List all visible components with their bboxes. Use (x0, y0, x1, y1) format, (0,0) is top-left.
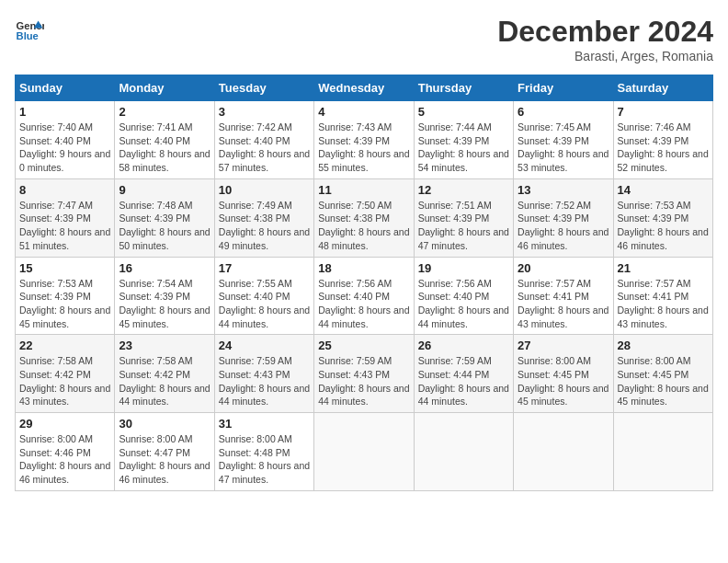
day-info: Sunrise: 7:59 AMSunset: 4:43 PMDaylight:… (219, 354, 310, 408)
day-number: 25 (318, 339, 409, 352)
day-info: Sunrise: 7:48 AMSunset: 4:39 PMDaylight:… (119, 199, 210, 253)
day-header-tuesday: Tuesday (214, 75, 313, 101)
calendar-cell: 16Sunrise: 7:54 AMSunset: 4:39 PMDayligh… (115, 257, 214, 335)
day-info: Sunrise: 7:42 AMSunset: 4:40 PMDaylight:… (219, 121, 310, 175)
calendar-cell: 11Sunrise: 7:50 AMSunset: 4:38 PMDayligh… (314, 178, 414, 257)
calendar-cell: 22Sunrise: 7:58 AMSunset: 4:42 PMDayligh… (16, 335, 115, 413)
calendar-cell: 24Sunrise: 7:59 AMSunset: 4:43 PMDayligh… (214, 335, 313, 413)
calendar-cell: 2Sunrise: 7:41 AMSunset: 4:40 PMDaylight… (115, 101, 214, 179)
day-header-thursday: Thursday (414, 75, 513, 101)
day-info: Sunrise: 7:59 AMSunset: 4:43 PMDaylight:… (318, 354, 409, 408)
calendar-cell: 26Sunrise: 7:59 AMSunset: 4:44 PMDayligh… (414, 335, 513, 413)
day-info: Sunrise: 7:50 AMSunset: 4:38 PMDaylight:… (318, 199, 409, 253)
day-number: 8 (19, 183, 110, 197)
day-number: 22 (19, 339, 110, 352)
day-info: Sunrise: 7:58 AMSunset: 4:42 PMDaylight:… (19, 354, 110, 408)
day-number: 31 (219, 417, 310, 431)
day-number: 2 (119, 105, 210, 119)
day-number: 17 (219, 261, 310, 275)
day-number: 27 (518, 339, 609, 352)
calendar-cell: 21Sunrise: 7:57 AMSunset: 4:41 PMDayligh… (613, 257, 712, 335)
calendar-cell: 3Sunrise: 7:42 AMSunset: 4:40 PMDaylight… (214, 101, 313, 179)
day-info: Sunrise: 8:00 AMSunset: 4:45 PMDaylight:… (618, 354, 709, 408)
calendar-cell: 7Sunrise: 7:46 AMSunset: 4:39 PMDaylight… (613, 101, 712, 179)
day-number: 20 (518, 261, 609, 275)
calendar-cell: 9Sunrise: 7:48 AMSunset: 4:39 PMDaylight… (115, 178, 214, 257)
day-header-sunday: Sunday (16, 75, 115, 101)
day-number: 11 (318, 183, 409, 197)
day-info: Sunrise: 7:55 AMSunset: 4:40 PMDaylight:… (219, 277, 310, 331)
svg-text:Blue: Blue (17, 30, 39, 41)
day-number: 26 (418, 339, 509, 352)
calendar-cell: 28Sunrise: 8:00 AMSunset: 4:45 PMDayligh… (613, 335, 712, 413)
day-number: 18 (318, 261, 409, 275)
day-number: 9 (119, 183, 210, 197)
day-info: Sunrise: 7:46 AMSunset: 4:39 PMDaylight:… (618, 121, 709, 175)
day-number: 29 (19, 417, 110, 431)
day-number: 14 (618, 183, 709, 197)
calendar-week-5: 29Sunrise: 8:00 AMSunset: 4:46 PMDayligh… (16, 413, 713, 491)
calendar-table: SundayMondayTuesdayWednesdayThursdayFrid… (15, 75, 713, 491)
day-number: 15 (19, 261, 110, 275)
day-number: 24 (219, 339, 310, 352)
day-info: Sunrise: 7:49 AMSunset: 4:38 PMDaylight:… (219, 199, 310, 253)
day-info: Sunrise: 8:00 AMSunset: 4:48 PMDaylight:… (219, 432, 310, 487)
day-number: 28 (618, 339, 709, 352)
day-info: Sunrise: 7:47 AMSunset: 4:39 PMDaylight:… (19, 199, 110, 253)
calendar-cell (414, 413, 513, 491)
calendar-cell (514, 413, 613, 491)
calendar-week-4: 22Sunrise: 7:58 AMSunset: 4:42 PMDayligh… (16, 335, 713, 413)
day-info: Sunrise: 7:53 AMSunset: 4:39 PMDaylight:… (19, 277, 110, 331)
calendar-week-1: 1Sunrise: 7:40 AMSunset: 4:40 PMDaylight… (16, 101, 713, 179)
day-info: Sunrise: 7:43 AMSunset: 4:39 PMDaylight:… (318, 121, 409, 175)
logo: General Blue (15, 15, 44, 44)
day-number: 23 (119, 339, 210, 352)
calendar-cell: 4Sunrise: 7:43 AMSunset: 4:39 PMDaylight… (314, 101, 414, 179)
calendar-cell: 14Sunrise: 7:53 AMSunset: 4:39 PMDayligh… (613, 178, 712, 257)
day-info: Sunrise: 7:56 AMSunset: 4:40 PMDaylight:… (318, 277, 409, 331)
day-info: Sunrise: 7:45 AMSunset: 4:39 PMDaylight:… (518, 121, 609, 175)
calendar-cell: 20Sunrise: 7:57 AMSunset: 4:41 PMDayligh… (514, 257, 613, 335)
calendar-cell (613, 413, 712, 491)
page-header: General Blue December 2024 Barasti, Arge… (15, 15, 713, 63)
logo-icon: General Blue (15, 15, 44, 44)
day-number: 12 (418, 183, 509, 197)
day-number: 3 (219, 105, 310, 119)
calendar-cell: 18Sunrise: 7:56 AMSunset: 4:40 PMDayligh… (314, 257, 414, 335)
day-number: 7 (618, 105, 709, 119)
day-info: Sunrise: 7:53 AMSunset: 4:39 PMDaylight:… (618, 199, 709, 253)
day-header-wednesday: Wednesday (314, 75, 414, 101)
calendar-cell: 1Sunrise: 7:40 AMSunset: 4:40 PMDaylight… (16, 101, 115, 179)
day-number: 19 (418, 261, 509, 275)
day-number: 16 (119, 261, 210, 275)
calendar-cell: 10Sunrise: 7:49 AMSunset: 4:38 PMDayligh… (214, 178, 313, 257)
day-number: 4 (318, 105, 409, 119)
day-number: 1 (19, 105, 110, 119)
day-info: Sunrise: 8:00 AMSunset: 4:47 PMDaylight:… (119, 432, 210, 487)
day-info: Sunrise: 7:52 AMSunset: 4:39 PMDaylight:… (518, 199, 609, 253)
day-header-saturday: Saturday (613, 75, 712, 101)
calendar-cell: 31Sunrise: 8:00 AMSunset: 4:48 PMDayligh… (214, 413, 313, 491)
calendar-cell: 6Sunrise: 7:45 AMSunset: 4:39 PMDaylight… (514, 101, 613, 179)
day-info: Sunrise: 7:57 AMSunset: 4:41 PMDaylight:… (618, 277, 709, 331)
title-block: December 2024 Barasti, Arges, Romania (497, 15, 713, 63)
calendar-cell: 30Sunrise: 8:00 AMSunset: 4:47 PMDayligh… (115, 413, 214, 491)
day-info: Sunrise: 7:51 AMSunset: 4:39 PMDaylight:… (418, 199, 509, 253)
day-number: 13 (518, 183, 609, 197)
calendar-cell: 17Sunrise: 7:55 AMSunset: 4:40 PMDayligh… (214, 257, 313, 335)
location-subtitle: Barasti, Arges, Romania (497, 49, 713, 63)
day-number: 5 (418, 105, 509, 119)
day-header-monday: Monday (115, 75, 214, 101)
day-number: 6 (518, 105, 609, 119)
calendar-week-2: 8Sunrise: 7:47 AMSunset: 4:39 PMDaylight… (16, 178, 713, 257)
calendar-cell: 13Sunrise: 7:52 AMSunset: 4:39 PMDayligh… (514, 178, 613, 257)
day-number: 30 (119, 417, 210, 431)
calendar-header: SundayMondayTuesdayWednesdayThursdayFrid… (16, 75, 713, 101)
day-info: Sunrise: 7:40 AMSunset: 4:40 PMDaylight:… (19, 121, 110, 175)
calendar-cell: 25Sunrise: 7:59 AMSunset: 4:43 PMDayligh… (314, 335, 414, 413)
calendar-cell: 19Sunrise: 7:56 AMSunset: 4:40 PMDayligh… (414, 257, 513, 335)
calendar-cell: 15Sunrise: 7:53 AMSunset: 4:39 PMDayligh… (16, 257, 115, 335)
calendar-cell: 12Sunrise: 7:51 AMSunset: 4:39 PMDayligh… (414, 178, 513, 257)
day-info: Sunrise: 8:00 AMSunset: 4:46 PMDaylight:… (19, 432, 110, 487)
day-info: Sunrise: 7:56 AMSunset: 4:40 PMDaylight:… (418, 277, 509, 331)
